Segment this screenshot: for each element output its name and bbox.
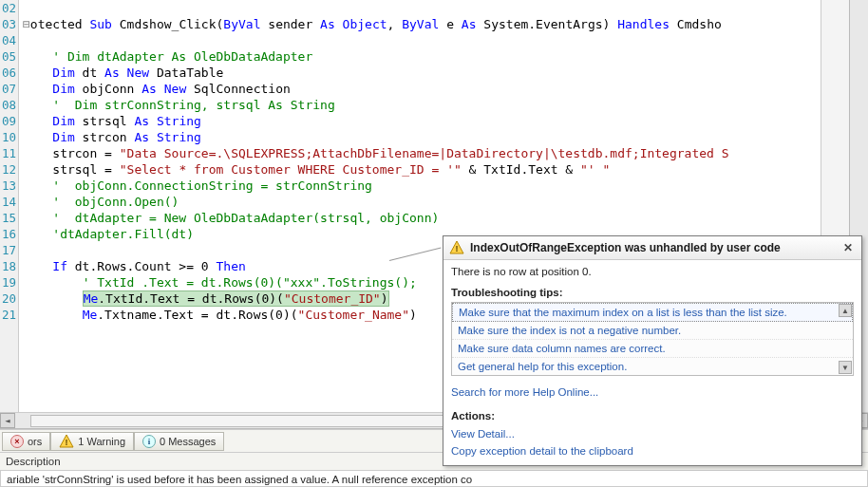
tips-heading: Troubleshooting tips:: [451, 287, 854, 298]
exception-popup: ! IndexOutOfRangeException was unhandled…: [443, 235, 862, 466]
messages-tab[interactable]: i 0 Messages: [134, 432, 224, 451]
tip-link[interactable]: Get general help for this exception.: [452, 358, 853, 376]
copy-detail-link[interactable]: Copy exception detail to the clipboard: [451, 442, 854, 459]
tip-link[interactable]: Make sure data column names are correct.: [452, 340, 853, 358]
scroll-left-button[interactable]: ◄: [0, 413, 15, 428]
actions-heading: Actions:: [451, 410, 854, 421]
messages-tab-label: 0 Messages: [160, 436, 216, 447]
svg-text:!: !: [456, 244, 459, 253]
line-number-gutter: 02 03 04 05 06 07 08 09 10 11 12 13 14 1…: [0, 0, 19, 412]
popup-title: IndexOutOfRangeException was unhandled b…: [470, 241, 835, 254]
description-row[interactable]: ariable 'strConnString' is used before i…: [0, 470, 868, 487]
tip-link[interactable]: Make sure the index is not a negative nu…: [452, 322, 853, 340]
tips-list[interactable]: Make sure that the maximum index on a li…: [451, 302, 854, 376]
search-help-link[interactable]: Search for more Help Online...: [451, 384, 854, 401]
warnings-tab[interactable]: ! 1 Warning: [50, 432, 134, 451]
errors-tab-label: ors: [28, 436, 42, 447]
errors-tab[interactable]: × ors: [2, 432, 50, 451]
tip-link[interactable]: Make sure that the maximum index on a li…: [452, 303, 853, 322]
svg-text:!: !: [66, 438, 68, 447]
warning-icon: !: [59, 434, 74, 449]
exception-message: There is no row at position 0.: [451, 266, 854, 277]
error-icon: ×: [10, 435, 24, 448]
scroll-up-button[interactable]: ▲: [839, 304, 852, 317]
close-icon[interactable]: ✕: [840, 240, 856, 255]
scroll-down-button[interactable]: ▼: [839, 361, 852, 374]
info-icon: i: [142, 435, 156, 448]
warning-icon: !: [449, 240, 464, 255]
warnings-tab-label: 1 Warning: [78, 436, 125, 447]
view-detail-link[interactable]: View Detail...: [451, 425, 854, 442]
